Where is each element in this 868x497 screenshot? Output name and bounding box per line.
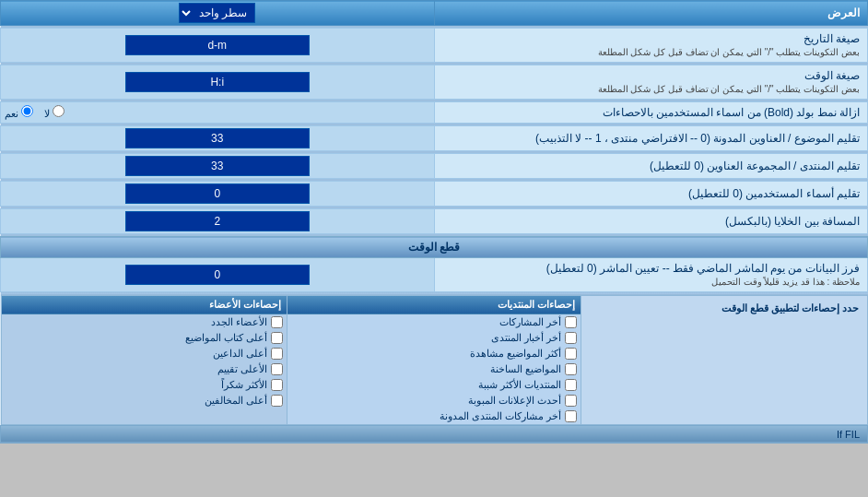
stats-members-check-4[interactable] [271, 379, 283, 391]
stats-members-check-1[interactable] [271, 332, 283, 344]
stats-apply-label-cell: حدد إحصاءات لتطبيق قطع الوقت [581, 295, 867, 424]
bold-no-radio[interactable] [53, 105, 65, 117]
stats-posts-header: إحصاءات المنتديات [287, 296, 581, 314]
time-cut-title: فرز البيانات من يوم الماشر الماضي فقط --… [546, 262, 860, 275]
stats-table: حدد إحصاءات لتطبيق قطع الوقت إحصاءات الم… [1, 295, 868, 425]
time-format-sub: بعض التكوينات يتطلب "/" التي يمكن ان تضا… [598, 84, 860, 94]
user-names-input[interactable] [125, 183, 310, 204]
date-format-title: صيغة التاريخ [803, 32, 860, 45]
time-cut-input-cell [1, 258, 435, 292]
main-table: العرض سطر واحد صيغة التاريخ بعض التكوينا… [0, 0, 868, 444]
stats-inner-row: حدد إحصاءات لتطبيق قطع الوقت إحصاءات الم… [1, 295, 867, 424]
bold-remove-input-cell: نعم لا [1, 102, 435, 124]
time-cut-header-row: قطع الوقت [1, 237, 868, 258]
bold-remove-row: ازالة نمط بولد (Bold) من اسماء المستخدمي… [1, 102, 868, 124]
stats-members-item-0: الأعضاء الجدد [2, 314, 287, 330]
stats-posts-item-3: المواضيع الساخنة [287, 361, 581, 377]
forum-group-input[interactable] [125, 156, 310, 176]
stats-posts-check-2[interactable] [565, 348, 577, 360]
stats-members-header: إحصاءات الأعضاء [2, 296, 287, 314]
time-format-input-cell [1, 65, 435, 100]
if-fil-bar: If FIL [1, 425, 868, 443]
stats-posts-item-5: أحدث الإعلانات المبوبة [287, 393, 581, 408]
bottom-bar-row: If FIL [1, 425, 868, 443]
stats-members-item-2: أعلى الداعين [2, 346, 287, 361]
stats-members-item-4: الأكثر شكراً [2, 377, 287, 393]
stats-posts-cell: إحصاءات المنتديات أخر المشاركات أخر أخبا… [287, 295, 581, 424]
stats-members-list: الأعضاء الجدد أعلى كتاب المواضيع أعلى ال… [2, 314, 287, 408]
display-label: العرض [434, 1, 868, 26]
bold-remove-title: ازالة نمط بولد (Bold) من اسماء المستخدمي… [603, 106, 860, 119]
header-row: العرض سطر واحد [1, 1, 868, 26]
user-names-input-cell [1, 182, 435, 207]
bold-remove-label: ازالة نمط بولد (Bold) من اسماء المستخدمي… [434, 102, 868, 124]
cell-gap-input-cell [1, 209, 435, 234]
cell-gap-row: المسافة بين الخلايا (بالبكسل) [1, 209, 868, 234]
stats-members-check-5[interactable] [271, 395, 283, 407]
stats-members-check-2[interactable] [271, 348, 283, 360]
stats-posts-item-1: أخر أخبار المنتدى [287, 330, 581, 346]
stats-apply-label: حدد إحصاءات لتطبيق قطع الوقت [721, 302, 859, 314]
single-line-select[interactable]: سطر واحد [179, 3, 255, 23]
time-cut-header: قطع الوقت [1, 237, 868, 258]
user-names-title: تقليم أسماء المستخدمين (0 للتعطيل) [688, 187, 860, 200]
stats-members-item-3: الأعلى تقييم [2, 361, 287, 377]
forum-group-label: تقليم المنتدى / المجموعة العناوين (0 للت… [434, 154, 868, 179]
stats-members-check-3[interactable] [271, 363, 283, 375]
stats-posts-item-4: المنتديات الأكثر شببة [287, 377, 581, 393]
stats-posts-check-5[interactable] [565, 395, 577, 407]
stats-members-item-1: أعلى كتاب المواضيع [2, 330, 287, 346]
forum-group-row: تقليم المنتدى / المجموعة العناوين (0 للت… [1, 154, 868, 179]
forum-order-row: تقليم الموضوع / العناوين المدونة (0 -- ا… [1, 126, 868, 151]
forum-order-title: تقليم الموضوع / العناوين المدونة (0 -- ا… [535, 132, 860, 145]
stats-members-check-0[interactable] [271, 316, 283, 328]
time-cut-label: فرز البيانات من يوم الماشر الماضي فقط --… [434, 258, 868, 292]
single-line-select-cell[interactable]: سطر واحد [1, 1, 435, 26]
bold-no-label[interactable]: لا [44, 105, 65, 120]
time-format-row: صيغة الوقت بعض التكوينات يتطلب "/" التي … [1, 65, 868, 100]
date-format-row: صيغة التاريخ بعض التكوينات يتطلب "/" الت… [1, 29, 868, 63]
cell-gap-input[interactable] [125, 211, 310, 231]
stats-posts-list: أخر المشاركات أخر أخبار المنتدى أكثر الم… [287, 314, 581, 424]
forum-group-input-cell [1, 154, 435, 179]
bold-remove-radio-group: نعم لا [5, 105, 430, 120]
stats-posts-item-6: أخر مشاركات المنتدى المدونة [287, 408, 581, 424]
forum-order-label: تقليم الموضوع / العناوين المدونة (0 -- ا… [434, 126, 868, 151]
time-cut-input[interactable] [125, 265, 310, 285]
if-fil-text: If FIL [837, 429, 860, 440]
forum-group-title: تقليم المنتدى / المجموعة العناوين (0 للت… [650, 160, 860, 172]
stats-posts-check-1[interactable] [565, 332, 577, 344]
user-names-row: تقليم أسماء المستخدمين (0 للتعطيل) [1, 182, 868, 207]
stats-row: حدد إحصاءات لتطبيق قطع الوقت إحصاءات الم… [1, 295, 868, 426]
stats-members-cell: إحصاءات الأعضاء الأعضاء الجدد أعلى كتاب … [1, 295, 287, 424]
date-format-sub: بعض التكوينات يتطلب "/" التي يمكن ان تضا… [598, 47, 860, 57]
stats-posts-check-6[interactable] [565, 410, 577, 422]
cell-gap-title: المسافة بين الخلايا (بالبكسل) [725, 215, 860, 228]
bold-yes-label[interactable]: نعم [5, 105, 33, 120]
date-format-input-cell [1, 29, 435, 63]
forum-order-input-cell [1, 126, 435, 151]
date-format-label: صيغة التاريخ بعض التكوينات يتطلب "/" الت… [434, 29, 868, 63]
stats-posts-item-2: أكثر المواضيع مشاهدة [287, 346, 581, 361]
bold-yes-radio[interactable] [21, 105, 33, 117]
cell-gap-label: المسافة بين الخلايا (بالبكسل) [434, 209, 868, 234]
user-names-label: تقليم أسماء المستخدمين (0 للتعطيل) [434, 182, 868, 207]
date-format-input[interactable] [125, 35, 310, 55]
forum-order-input[interactable] [125, 128, 310, 148]
stats-posts-check-4[interactable] [565, 379, 577, 391]
time-cut-sub: ملاحظة : هذا قد يزيد قليلاً وقت التحميل [711, 277, 860, 287]
stats-posts-check-3[interactable] [565, 363, 577, 375]
stats-posts-item-0: أخر المشاركات [287, 314, 581, 330]
time-format-label: صيغة الوقت بعض التكوينات يتطلب "/" التي … [434, 65, 868, 100]
stats-members-item-5: أعلى المخالفين [2, 393, 287, 408]
time-format-title: صيغة الوقت [804, 69, 860, 82]
stats-posts-check-0[interactable] [565, 316, 577, 328]
time-cut-row: فرز البيانات من يوم الماشر الماضي فقط --… [1, 258, 868, 292]
time-format-input[interactable] [125, 72, 310, 92]
